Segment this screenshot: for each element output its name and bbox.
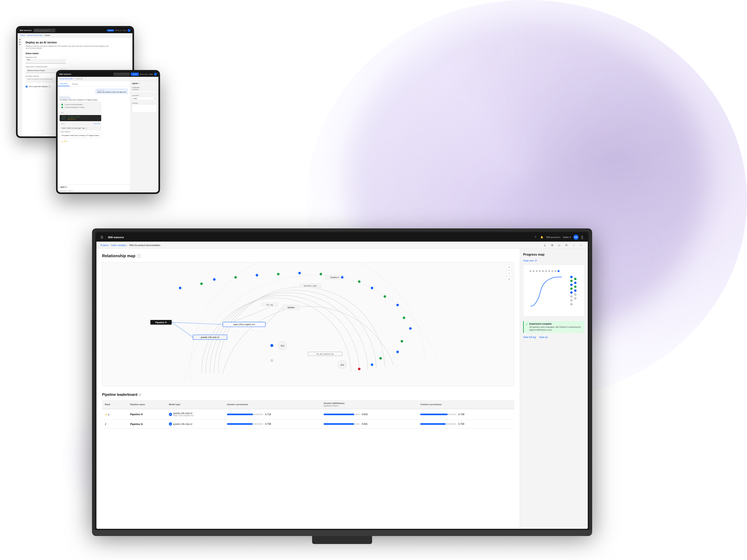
agent-avatar[interactable] [154, 73, 157, 76]
col-answer-correctness[interactable]: Answer correctness [224, 400, 321, 409]
share-icon[interactable]: ↑ [571, 242, 576, 248]
laptop-shell: ☰ IBM watsonx ? 🔔 IBM account ▾ Dallas ▾ [92, 229, 592, 544]
step-done-icon-2 [61, 107, 63, 108]
progress-panel-header: Progress map [523, 253, 585, 257]
col-answer-faithfulness[interactable]: Answer faithfulness Optimised metric [321, 400, 417, 409]
breadcrumb-current: RAG for product documentation [129, 244, 160, 246]
agent-upgrade-btn[interactable]: Upgrade [131, 73, 139, 76]
swap-view-link[interactable]: Swap view ⇄ [523, 259, 585, 262]
svg-point-63 [570, 299, 573, 302]
settings-icon[interactable]: ⚙ [549, 242, 555, 248]
svg-point-27 [341, 276, 344, 279]
svg-point-29 [396, 303, 399, 306]
code-block: "type": "document_source", "url": "rag_s… [60, 115, 101, 122]
svg-point-65 [574, 277, 577, 281]
copy-icon[interactable]: ⧉ [67, 141, 67, 142]
breadcrumb-sep2: / [44, 35, 44, 36]
deployment-name-input[interactable]: test [26, 59, 66, 63]
output-content: "result": { "items": [], "source_type": … [61, 127, 87, 129]
tab-document[interactable]: Document [58, 83, 70, 86]
rank-star-icon: ★ [105, 413, 107, 416]
laptop-subnav: Projects / Kate's sandbox / RAG for prod… [97, 242, 588, 249]
svg-text:Pipeline G: Pipeline G [330, 276, 339, 278]
cc-bar-2: 0.700 [420, 423, 511, 425]
col-rank[interactable]: Rank ↕ [102, 400, 127, 409]
af-track-1 [324, 414, 360, 415]
agent-region[interactable]: Dallas [149, 74, 153, 75]
af-bar-2: 0.841 [324, 423, 415, 425]
instruction-label: Instruction [132, 102, 157, 104]
svg-point-38 [383, 295, 386, 298]
framework-field[interactable] [132, 91, 157, 92]
bell-icon[interactable]: 🔔 [540, 235, 544, 239]
chat-step-2: 2. Extract temperature in Celsius [61, 106, 99, 109]
input-label: Input [60, 111, 101, 114]
agent-breadcrumb-link[interactable]: Prompt lab (63-chat) ↗ [60, 78, 74, 80]
agent-tablet: IBM watsonx Upgrade IBM account Dallas P… [56, 70, 160, 194]
col-model-type[interactable]: Model type [166, 400, 224, 409]
svg-text:slate.125m.english.rtv1: slate.125m.english.rtv1 [233, 323, 255, 326]
agent-tag-close[interactable]: × [65, 186, 66, 188]
model-secondary-1: slate.125m.english.rtv1 [173, 415, 194, 417]
ac-bar-1: 0.718 [227, 413, 318, 416]
laptop-content: Relationship map i [97, 249, 520, 529]
grid-menu-icon[interactable]: ⣿ [581, 235, 584, 239]
account-label[interactable]: IBM account [115, 30, 122, 31]
svg-text:granite-13b-chat-v2: granite-13b-chat-v2 [201, 336, 219, 339]
thumbs-down-icon[interactable]: 👎 [64, 141, 65, 142]
leaderboard-header: Pipeline leaderboard ▽ [102, 393, 514, 397]
upgrade-button[interactable]: Upgrade [107, 29, 114, 31]
cc-track-1 [420, 414, 456, 415]
tab-preview[interactable]: Preview [70, 83, 80, 86]
af-fill-2 [324, 423, 354, 425]
agents-title-text: Agents [132, 82, 138, 84]
svg-point-59 [570, 284, 573, 286]
zoom-out-button[interactable]: − [506, 270, 512, 276]
help-icon[interactable]: ? [533, 235, 537, 239]
save-as-link[interactable]: Save as [539, 336, 548, 339]
ac-fill-2 [227, 423, 253, 425]
history-icon[interactable]: ⟳ [564, 242, 569, 248]
topbar-search[interactable]: Search your workspaces [33, 29, 55, 32]
pipeline-name-1: Pipeline H [130, 413, 143, 416]
download-icon[interactable]: ⤓ [542, 242, 548, 248]
agent-account[interactable]: IBM account [140, 74, 148, 75]
breadcrumb-sandbox[interactable]: Kate's sandbox [111, 244, 126, 246]
agent-search[interactable] [113, 73, 130, 76]
breadcrumb-project[interactable]: watsonx.ai Demo Project [27, 35, 43, 36]
model-icon-2: ◈ [169, 422, 172, 426]
zoom-in-button[interactable]: + [506, 264, 512, 270]
fit-view-button[interactable]: ⤢ [506, 276, 512, 282]
hamburger-icon[interactable]: ☰ [100, 235, 103, 239]
svg-text:llm_rag: llm_rag [267, 303, 273, 306]
llm-dropdown[interactable]: Select ▾ [132, 97, 157, 100]
show-more-link[interactable]: Show more [94, 123, 100, 124]
af-fill-1 [324, 414, 354, 415]
laptop-logo: IBM watsonx [108, 236, 124, 239]
play-icon[interactable]: ▷ [557, 242, 562, 248]
relationship-map-info-icon[interactable]: i [137, 254, 140, 258]
af-track-2 [324, 423, 360, 425]
model-primary-2: granite-13b-chat-v2 [173, 423, 192, 425]
col-pipeline-name[interactable]: Pipeline name [127, 400, 166, 409]
svg-point-67 [574, 285, 577, 288]
filter-icon[interactable]: ▽ [139, 393, 141, 396]
user-avatar[interactable]: KR [573, 235, 578, 240]
breadcrumb-projects[interactable]: Projects [100, 244, 108, 246]
svg-rect-0 [138, 262, 479, 386]
breadcrumb-projects[interactable]: Projects [20, 35, 25, 36]
ac-track-1 [227, 414, 263, 415]
user-avatar[interactable] [128, 29, 130, 32]
view-full-log-link[interactable]: View full log [523, 336, 536, 339]
agent-chat-area: You 3:11 PM What is the weather in New Y… [58, 86, 130, 185]
col-context-correctness[interactable]: Context correctness [417, 400, 514, 409]
view-in-project-label: View in project after deploying [29, 86, 47, 87]
account-label[interactable]: IBM account ▾ [546, 236, 560, 239]
more-icon[interactable]: ⋯ [578, 242, 584, 248]
instruction-textarea[interactable] [132, 104, 157, 112]
model-badge-1: ◈ granite-13b-chat-v2 slate.125m.english… [169, 412, 222, 417]
region-label[interactable]: Dallas [123, 30, 126, 31]
view-in-project-checkbox[interactable] [26, 86, 28, 88]
region-label[interactable]: Dallas ▾ [563, 236, 571, 239]
thumbs-up-icon[interactable]: 👍 [61, 141, 62, 142]
